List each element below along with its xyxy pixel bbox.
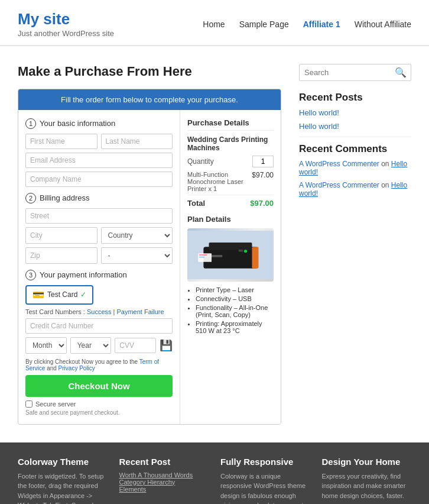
nav-sample-page[interactable]: Sample Page (239, 20, 289, 29)
purchase-title: Purchase Details (187, 118, 274, 131)
secure-row: Secure server (25, 400, 173, 408)
form-right: Purchase Details Wedding Cards Printing … (180, 110, 281, 424)
svg-rect-9 (239, 249, 243, 251)
form-left: 1 Your basic information (18, 110, 180, 424)
safe-text: Safe and secure payment checkout. (25, 409, 173, 416)
svg-rect-6 (199, 254, 207, 256)
price-row: Multi-Function Monochrome Laser Printer … (187, 171, 274, 192)
comment-1: A WordPress Commenter on Hello world! (299, 160, 411, 176)
footer-link-2[interactable]: Category Hierarchy (119, 479, 209, 486)
section2-label: 2 Billing address (25, 193, 173, 203)
year-select[interactable]: Year (70, 337, 112, 354)
section1-label: 1 Your basic information (25, 118, 173, 129)
recent-post-1[interactable]: Hello world! (299, 108, 411, 117)
main-nav: Home Sample Page Affiliate 1 Without Aff… (203, 20, 411, 29)
svg-rect-7 (199, 256, 204, 257)
city-input[interactable] (25, 227, 98, 244)
checkout-button[interactable]: Checkout Now (25, 375, 173, 397)
test-card-info: Test Card Numbers : Success | Payment Fa… (25, 308, 173, 315)
total-row: Total $97.00 (187, 195, 274, 208)
last-name-input[interactable] (101, 134, 173, 149)
site-header: My site Just another WordPress site Home… (0, 0, 429, 46)
cc-number-input[interactable] (25, 318, 173, 334)
zip-input[interactable] (25, 247, 98, 264)
country-select[interactable]: Country (101, 227, 173, 244)
nav-without-affiliate[interactable]: Without Affiliate (355, 20, 411, 29)
footer-col-4: Design Your Home Express your creativity… (322, 457, 412, 504)
form-header: Fill the order form below to complete yo… (18, 89, 281, 110)
svg-rect-2 (209, 243, 252, 250)
footer-col-1: Colorway Theme Footer is widgetized. To … (18, 457, 108, 504)
cvv-icon: 💾 (160, 339, 173, 352)
plan-title: Plan Details (187, 215, 274, 224)
first-name-input[interactable] (25, 134, 98, 149)
company-input[interactable] (25, 172, 173, 187)
section2-num: 2 (25, 193, 36, 203)
success-link[interactable]: Success (87, 308, 112, 315)
purchase-form-card: Fill the order form below to complete yo… (18, 89, 281, 425)
printer-image (187, 228, 274, 282)
section3-num: 3 (25, 270, 36, 280)
nav-affiliate1[interactable]: Affiliate 1 (303, 20, 340, 29)
nav-home[interactable]: Home (203, 20, 225, 29)
secure-checkbox[interactable] (25, 400, 32, 408)
quantity-row: Quantity (187, 156, 274, 167)
footer: Colorway Theme Footer is widgetized. To … (0, 442, 429, 504)
search-icon[interactable]: 🔍 (395, 67, 407, 78)
card-icon: 💳 (32, 289, 44, 301)
footer-link-1[interactable]: Worth A Thousand Words (119, 471, 209, 479)
sidebar: 🔍 Recent Posts Hello world! Hello world!… (299, 64, 411, 425)
email-input[interactable] (25, 153, 173, 168)
comment-2: A WordPress Commenter on Hello world! (299, 181, 411, 198)
quantity-input[interactable] (252, 156, 274, 167)
feature-3: Functionality – All-in-One (Print, Scan,… (196, 304, 274, 318)
site-branding: My site Just another WordPress site (18, 11, 114, 38)
check-icon: ✓ (80, 290, 86, 299)
feature-4: Printing: Approximately 510 W at 23 °C (196, 320, 274, 334)
search-box: 🔍 (299, 64, 411, 81)
section1-num: 1 (25, 118, 36, 129)
feature-1: Printer Type – Laser (196, 286, 274, 293)
terms-text: By clicking Checkout Now you agree to th… (25, 358, 173, 371)
section3-label: 3 Your payment information (25, 270, 173, 280)
feature-2: Connectivity – USB (196, 295, 274, 302)
recent-comments-title: Recent Comments (299, 143, 411, 155)
content-area: Make a Purchase From Here Fill the order… (18, 64, 281, 425)
footer-col-3: Fully Responsive Colorway is a unique re… (220, 457, 310, 504)
plan-features: Printer Type – Laser Connectivity – USB … (187, 286, 274, 334)
svg-point-8 (244, 249, 247, 252)
site-tagline: Just another WordPress site (18, 29, 114, 38)
cvv-input[interactable] (115, 338, 156, 353)
street-input[interactable] (25, 208, 173, 224)
page-title: Make a Purchase From Here (18, 64, 281, 79)
privacy-link[interactable]: Privacy Policy (58, 365, 95, 371)
month-select[interactable]: Month (25, 337, 67, 354)
test-card-button[interactable]: 💳 Test Card ✓ (25, 285, 93, 305)
failure-link[interactable]: Payment Failure (117, 308, 164, 315)
recent-posts-title: Recent Posts (299, 92, 411, 104)
svg-rect-3 (252, 247, 259, 269)
site-title: My site (18, 11, 114, 28)
recent-post-2[interactable]: Hello world! (299, 122, 411, 131)
product-name: Wedding Cards Printing Machines (187, 135, 274, 152)
footer-col-2: Recent Post Worth A Thousand Words Categ… (119, 457, 209, 504)
zip-select[interactable]: - (101, 247, 173, 264)
footer-link-3[interactable]: Elements (119, 486, 209, 493)
